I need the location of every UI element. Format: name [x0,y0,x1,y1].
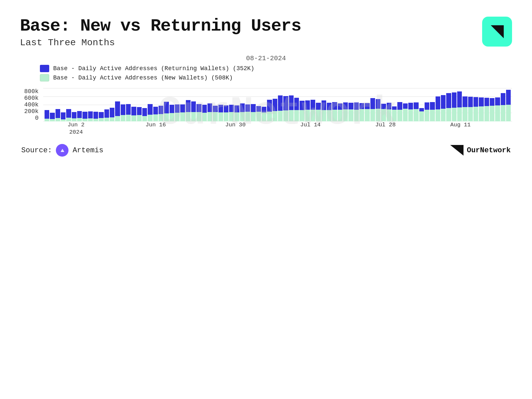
bar-returning [256,106,261,112]
bar-returning [387,103,391,109]
bar-new [343,109,348,121]
ournetwork-footer-icon [450,144,464,156]
ournetwork-footer-label: OurNetwork [467,146,511,155]
bar-group [202,88,207,121]
bar-returning [82,112,87,119]
bar-returning [88,111,93,118]
y-label-0: 0 [35,115,39,121]
bar-group [164,88,169,121]
main-title: Base: New vs Returning Users [20,17,301,36]
bar-returning [495,97,500,106]
bar-new [251,112,255,121]
bar-group [430,88,435,121]
ournetwork-icon [488,23,506,41]
bar-returning [104,109,109,118]
bar-new [294,110,299,121]
bar-returning [446,93,451,108]
bar-returning [408,103,413,109]
bar-group [311,88,315,121]
bar-new [207,112,212,121]
bar-new [104,118,109,122]
bar-returning [262,107,266,112]
bar-group [56,88,60,121]
bar-group [490,88,494,121]
bar-new [289,110,294,121]
bar-returning [273,99,277,111]
bar-new [327,110,332,121]
bar-group [300,88,304,121]
source-name: Artemis [72,146,103,155]
bar-new [245,112,250,121]
bar-group [403,88,408,121]
bar-returning [99,112,103,118]
bar-group [251,88,255,121]
bar-group [207,88,212,121]
bar-group [131,88,136,121]
bar-group [142,88,147,121]
bar-returning [61,112,66,119]
bar-new [370,109,375,121]
bar-returning [300,101,304,110]
bar-new [191,112,196,121]
bar-new [126,115,131,121]
bar-new [153,114,158,121]
bar-returning [207,103,212,112]
bar-returning [490,98,494,106]
x-axis: Jun 22024Jun 16Jun 30Jul 14Jul 28Aug 11 [43,121,512,138]
ournetwork-footer-logo: OurNetwork [450,144,511,156]
bar-group [77,88,82,121]
bar-returning [289,95,294,110]
bar-new [348,109,353,121]
bar-group [332,88,337,121]
source-block: Source: ⟁ Artemis [21,144,103,157]
source-label: Source: [21,146,52,155]
bar-returning [121,104,125,115]
legend-color-new [40,74,49,81]
bar-group [283,88,288,121]
bar-group [50,88,55,121]
legend-returning: Base - Daily Active Addresses (Returning… [40,65,512,72]
svg-marker-2 [450,145,464,156]
bar-group [348,88,353,121]
bar-new [202,113,207,121]
bar-returning [126,104,131,115]
bar-returning [186,100,191,112]
bar-returning [419,108,424,111]
bar-group [126,88,131,121]
bar-group [425,88,429,121]
bar-group [115,88,120,121]
bar-returning [305,100,310,110]
bar-new [66,118,71,121]
bar-returning [294,98,299,110]
bar-new [495,105,500,121]
bar-new [218,112,223,121]
bar-returning [327,103,332,110]
bar-returning [506,90,511,105]
bar-group [186,88,191,121]
bar-group [370,88,375,121]
bar-returning [463,96,467,107]
bar-group [45,88,49,121]
bar-group [463,88,467,121]
x-tick: Jul 14 [300,121,321,129]
ournetwork-logo-box [482,17,512,47]
bar-group [245,88,250,121]
bar-new [164,113,169,121]
bar-returning [479,97,483,106]
bar-new [501,105,505,121]
bar-group [110,88,114,121]
bar-returning [441,95,446,109]
y-label-400k: 400k [24,101,39,108]
bar-new [256,112,261,121]
bar-group [397,88,402,121]
bar-returning [457,91,462,107]
bar-group [381,88,386,121]
bar-new [446,108,451,121]
bar-group [72,88,76,121]
bar-new [273,111,277,121]
bar-group [338,88,342,121]
bar-returning [414,102,418,109]
bar-returning [180,104,185,112]
bar-group [484,88,489,121]
bar-new [354,110,359,121]
